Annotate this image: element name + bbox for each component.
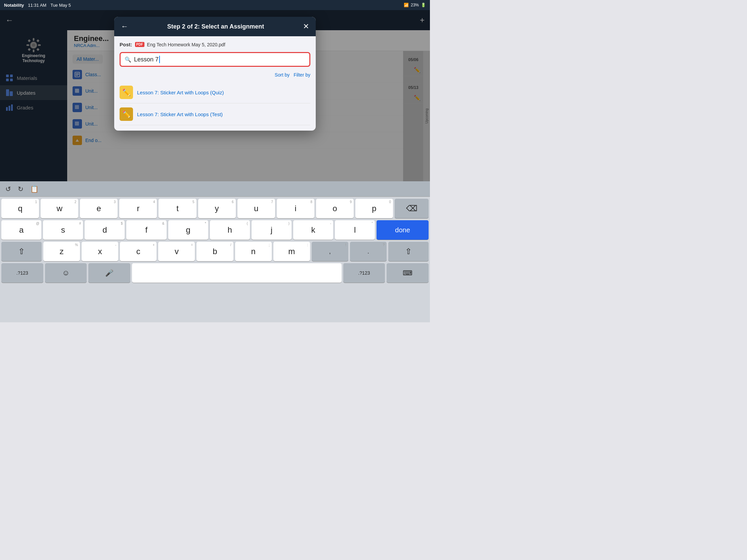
shift-right-key[interactable]: ⇧ — [388, 242, 429, 261]
sort-filter-row: Sort by Filter by — [120, 72, 310, 78]
key-b[interactable]: /b — [197, 242, 233, 261]
modal-title: Step 2 of 2: Select an Assignment — [128, 23, 303, 30]
mic-key[interactable]: 🎤 — [88, 263, 130, 283]
result-label-test: Lesson 7: Sticker Art with Loops (Test) — [137, 111, 223, 117]
key-j[interactable]: )j — [252, 220, 291, 240]
key-x[interactable]: -x — [82, 242, 118, 261]
modal-overlay: ← Step 2 of 2: Select an Assignment ✕ Po… — [0, 10, 430, 181]
key-exclaim[interactable]: !, — [312, 242, 348, 261]
backspace-key[interactable]: ⌫ — [395, 199, 429, 218]
search-container[interactable]: 🔍 Lesson 7 — [120, 52, 310, 67]
battery-icon: 🔋 — [421, 3, 426, 7]
text-cursor — [159, 56, 160, 63]
key-s[interactable]: #s — [43, 220, 83, 240]
key-q[interactable]: 1q — [1, 199, 39, 218]
key-d[interactable]: $d — [85, 220, 125, 240]
wifi-icon: 📶 — [404, 3, 409, 7]
keyboard-area: ↺ ↻ 📋 1q 2w 3e 4r 5t 6y 7u 8i 9o 0p ⌫ @a… — [0, 181, 430, 322]
sort-by-button[interactable]: Sort by — [275, 72, 289, 78]
emoji-key[interactable]: ☺ — [45, 263, 87, 283]
done-button[interactable]: done — [377, 220, 429, 240]
keyboard-toolbar: ↺ ↻ 📋 — [0, 181, 430, 197]
modal-body: Post: PDF Eng Tech Homework May 5, 2020.… — [114, 36, 316, 131]
key-row-1: 1q 2w 3e 4r 5t 6y 7u 8i 9o 0p ⌫ — [1, 199, 429, 218]
keyboard-rows: 1q 2w 3e 4r 5t 6y 7u 8i 9o 0p ⌫ @a #s $d… — [0, 197, 430, 285]
key-v[interactable]: =v — [158, 242, 195, 261]
post-row: Post: PDF Eng Tech Homework May 5, 2020.… — [120, 42, 310, 47]
test-icon: ✏️ — [120, 107, 133, 121]
key-question[interactable]: ?. — [350, 242, 387, 261]
key-l[interactable]: "l — [335, 220, 375, 240]
key-a[interactable]: @a — [1, 220, 41, 240]
search-icon: 🔍 — [125, 56, 131, 63]
app-name: Notability — [4, 3, 24, 8]
numeric-switch-left[interactable]: .?123 — [1, 263, 43, 283]
filter-by-button[interactable]: Filter by — [293, 72, 310, 78]
status-date: Tue May 5 — [50, 3, 71, 8]
key-n[interactable]: ;n — [235, 242, 272, 261]
numeric-switch-right[interactable]: .?123 — [343, 263, 385, 283]
key-i[interactable]: 8i — [277, 199, 314, 218]
key-c[interactable]: +c — [120, 242, 156, 261]
post-filename: Eng Tech Homework May 5, 2020.pdf — [147, 42, 225, 47]
key-w[interactable]: 2w — [41, 199, 78, 218]
pdf-badge: PDF — [135, 42, 145, 47]
quiz-icon: ✏️ — [120, 86, 133, 99]
search-value: Lesson 7 — [134, 56, 158, 63]
assignment-modal: ← Step 2 of 2: Select an Assignment ✕ Po… — [114, 17, 316, 131]
shift-left-key[interactable]: ⇧ — [1, 242, 42, 261]
key-h[interactable]: (h — [210, 220, 250, 240]
key-f[interactable]: &f — [126, 220, 166, 240]
modal-close-button[interactable]: ✕ — [303, 22, 309, 31]
post-label: Post: — [120, 42, 132, 47]
hide-keyboard-key[interactable]: ⌨ — [387, 263, 429, 283]
key-y[interactable]: 6y — [198, 199, 236, 218]
key-r[interactable]: 4r — [119, 199, 157, 218]
modal-header: ← Step 2 of 2: Select an Assignment ✕ — [114, 17, 316, 36]
status-bar: Notability 11:31 AM Tue May 5 📶 23% 🔋 — [0, 0, 430, 10]
key-m[interactable]: :m — [274, 242, 310, 261]
key-o[interactable]: 9o — [316, 199, 354, 218]
modal-back-button[interactable]: ← — [121, 22, 128, 31]
status-bar-left: Notability 11:31 AM Tue May 5 — [4, 3, 71, 8]
key-u[interactable]: 7u — [237, 199, 275, 218]
result-label-quiz: Lesson 7: Sticker Art with Loops (Quiz) — [137, 90, 224, 95]
key-g[interactable]: *g — [168, 220, 208, 240]
key-row-2: @a #s $d &f *g (h )j -k "l done — [1, 220, 429, 240]
status-bar-right: 📶 23% 🔋 — [404, 3, 426, 7]
search-input-display: Lesson 7 — [134, 56, 305, 63]
result-item-quiz[interactable]: ✏️ Lesson 7: Sticker Art with Loops (Qui… — [120, 82, 310, 103]
result-item-test[interactable]: ✏️ Lesson 7: Sticker Art with Loops (Tes… — [120, 103, 310, 125]
key-row-4: .?123 ☺ 🎤 .?123 ⌨ — [1, 263, 429, 283]
undo-button[interactable]: ↺ — [5, 185, 11, 193]
key-p[interactable]: 0p — [355, 199, 393, 218]
paste-button[interactable]: 📋 — [30, 185, 38, 193]
key-e[interactable]: 3e — [80, 199, 118, 218]
battery-text: 23% — [411, 3, 419, 7]
status-time: 11:31 AM — [28, 3, 46, 8]
key-z[interactable]: %z — [43, 242, 80, 261]
key-row-3: ⇧ %z -x +c =v /b ;n :m !, ?. ⇧ — [1, 242, 429, 261]
redo-button[interactable]: ↻ — [18, 185, 24, 193]
space-key[interactable] — [132, 263, 342, 283]
key-k[interactable]: -k — [293, 220, 333, 240]
key-t[interactable]: 5t — [158, 199, 196, 218]
